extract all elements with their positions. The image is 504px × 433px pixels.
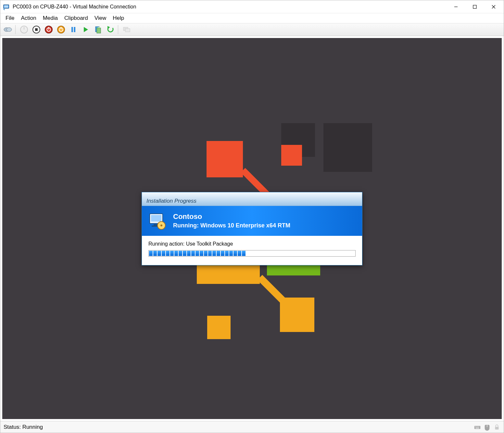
progress-segment bbox=[153, 251, 157, 256]
ctrl-alt-del-button[interactable] bbox=[2, 24, 13, 35]
progress-segment bbox=[233, 251, 237, 256]
status-text: Status: Running bbox=[4, 424, 474, 430]
progress-segment bbox=[187, 251, 191, 256]
svg-marker-24 bbox=[107, 26, 110, 29]
svg-rect-44 bbox=[475, 427, 476, 427]
progress-segment bbox=[200, 251, 203, 256]
reset-button[interactable] bbox=[80, 24, 91, 35]
checkpoint-button[interactable] bbox=[93, 24, 104, 35]
svg-rect-22 bbox=[97, 28, 101, 33]
status-icons bbox=[474, 424, 500, 431]
svg-rect-28 bbox=[323, 123, 372, 172]
svg-rect-3 bbox=[473, 5, 476, 8]
svg-point-42 bbox=[160, 224, 162, 226]
progress-segment bbox=[162, 251, 165, 256]
progress-segment bbox=[238, 251, 241, 256]
svg-rect-38 bbox=[151, 215, 161, 222]
menubar: File Action Media Clipboard View Help bbox=[0, 13, 504, 23]
mouse-icon bbox=[484, 424, 491, 431]
vmconnect-app-icon bbox=[3, 3, 10, 10]
window-controls bbox=[447, 0, 503, 13]
progress-segment bbox=[225, 251, 229, 256]
svg-rect-45 bbox=[476, 427, 477, 427]
revert-button[interactable] bbox=[105, 24, 116, 35]
dialog-caption: Installation Progress bbox=[142, 192, 362, 206]
progress-segment bbox=[221, 251, 224, 256]
toolbar bbox=[0, 23, 504, 36]
dialog-org-title: Contoso bbox=[173, 212, 290, 221]
start-button[interactable] bbox=[19, 24, 30, 35]
progress-segment bbox=[204, 251, 208, 256]
dialog-banner: Contoso Running: Windows 10 Enterprise x… bbox=[142, 206, 362, 236]
enhanced-session-button[interactable] bbox=[121, 24, 132, 35]
svg-rect-30 bbox=[281, 145, 302, 166]
close-button[interactable] bbox=[484, 0, 503, 13]
svg-rect-50 bbox=[495, 427, 499, 429]
minimize-button[interactable] bbox=[447, 0, 465, 13]
maximize-button[interactable] bbox=[465, 0, 484, 13]
svg-rect-18 bbox=[71, 27, 73, 32]
menu-view[interactable]: View bbox=[91, 14, 110, 22]
progress-segment bbox=[217, 251, 220, 256]
dialog-action-text: Running action: Use Toolkit Package bbox=[148, 241, 356, 247]
progress-segment bbox=[149, 251, 153, 256]
svg-rect-19 bbox=[74, 27, 76, 32]
svg-rect-43 bbox=[474, 426, 480, 429]
progress-segment bbox=[183, 251, 186, 256]
pause-button[interactable] bbox=[68, 24, 79, 35]
svg-rect-11 bbox=[35, 28, 38, 31]
progress-segment bbox=[179, 251, 182, 256]
svg-rect-1 bbox=[4, 5, 8, 7]
svg-point-7 bbox=[6, 28, 12, 32]
save-button[interactable] bbox=[56, 24, 67, 35]
shut-down-button[interactable] bbox=[43, 24, 54, 35]
progress-segment bbox=[174, 251, 178, 256]
progress-segment bbox=[191, 251, 195, 256]
turn-off-button[interactable] bbox=[31, 24, 42, 35]
menu-help[interactable]: Help bbox=[109, 14, 127, 22]
svg-rect-47 bbox=[479, 427, 479, 427]
guest-screen[interactable]: Installation Progress Contoso bbox=[2, 38, 502, 419]
deployment-icon bbox=[148, 211, 167, 231]
svg-rect-26 bbox=[125, 29, 130, 32]
progress-segment bbox=[170, 251, 174, 256]
lock-icon bbox=[493, 424, 500, 431]
titlebar: PC0003 on CPUB-Z440 - Virtual Machine Co… bbox=[0, 0, 504, 13]
svg-rect-46 bbox=[477, 427, 478, 427]
svg-rect-48 bbox=[476, 427, 479, 428]
progress-segment bbox=[229, 251, 233, 256]
menu-action[interactable]: Action bbox=[18, 14, 39, 22]
progress-segment bbox=[212, 251, 216, 256]
progress-segment bbox=[158, 251, 161, 256]
progress-segment bbox=[208, 251, 212, 256]
menu-file[interactable]: File bbox=[2, 14, 18, 22]
dialog-running-line: Running: Windows 10 Enterprise x64 RTM bbox=[173, 222, 290, 229]
installation-progress-dialog: Installation Progress Contoso bbox=[142, 192, 362, 265]
menu-clipboard[interactable]: Clipboard bbox=[61, 14, 91, 22]
vmconnect-window: PC0003 on CPUB-Z440 - Virtual Machine Co… bbox=[0, 0, 504, 433]
progress-segment bbox=[242, 251, 246, 256]
svg-rect-29 bbox=[207, 141, 243, 177]
dialog-body: Running action: Use Toolkit Package bbox=[142, 236, 362, 265]
vm-display-area: Installation Progress Contoso bbox=[0, 36, 504, 421]
statusbar: Status: Running bbox=[0, 421, 504, 433]
toolbar-separator bbox=[118, 25, 119, 34]
toolbar-separator bbox=[15, 25, 17, 34]
keyboard-icon bbox=[474, 424, 481, 431]
progress-segment bbox=[166, 251, 170, 256]
svg-rect-33 bbox=[207, 316, 231, 339]
progress-bar bbox=[148, 250, 356, 257]
svg-marker-20 bbox=[84, 27, 88, 32]
menu-media[interactable]: Media bbox=[40, 14, 61, 22]
svg-rect-34 bbox=[280, 298, 314, 332]
progress-segment bbox=[195, 251, 199, 256]
window-title: PC0003 on CPUB-Z440 - Virtual Machine Co… bbox=[13, 4, 447, 10]
